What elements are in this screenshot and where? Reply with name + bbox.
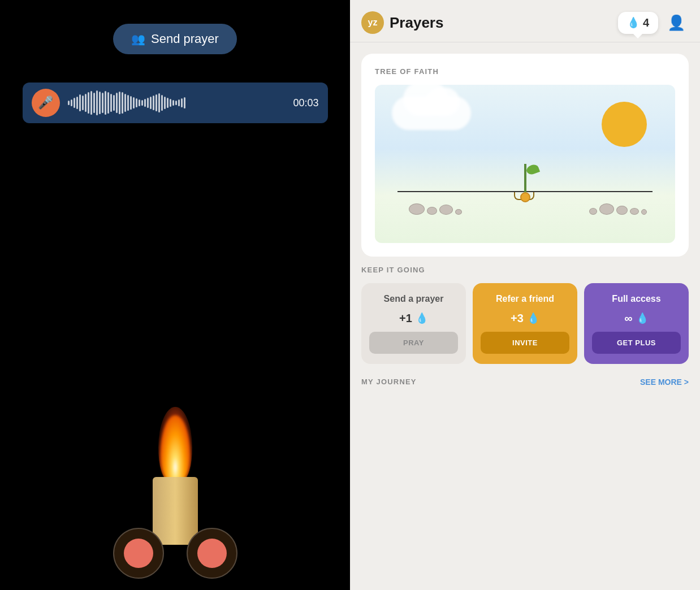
tree-scene (375, 85, 675, 243)
send-prayer-button[interactable]: 👥 Send prayer (113, 24, 237, 54)
mic-button[interactable]: 🎤 (32, 89, 60, 117)
waveform-bar (141, 100, 143, 106)
drops-badge: 💧 4 (618, 12, 658, 34)
left-circle-button[interactable] (113, 528, 164, 579)
waveform-bar (96, 90, 98, 115)
send-prayer-label: Send prayer (151, 32, 219, 46)
waveform-bar (99, 92, 101, 114)
seedling-stem (524, 164, 526, 192)
sun (602, 102, 647, 147)
waveform-bar (153, 96, 154, 110)
right-circle-button[interactable] (187, 528, 237, 579)
app-header: yz Prayers 💧 4 👤 (350, 0, 700, 42)
waveform-bar (144, 99, 146, 107)
waveform-bar (76, 97, 78, 109)
waveform-bar (172, 100, 174, 106)
waveform-bar (167, 98, 168, 108)
flame (158, 407, 192, 480)
waveform-bar (164, 97, 166, 109)
app-logo: yz (361, 11, 384, 34)
waveform-bar (158, 93, 160, 112)
profile-button[interactable]: 👤 (664, 10, 689, 35)
rock (427, 207, 437, 215)
tree-of-faith-card: TREE OF FAITH (361, 54, 689, 257)
access-card: Full access ∞ 💧 GET PLUS (584, 283, 689, 364)
waveform-bar (175, 101, 177, 105)
waveform-bar (170, 99, 171, 107)
waveform-bar (105, 91, 106, 115)
waveform-bar (147, 98, 149, 108)
rocks-left (409, 203, 462, 215)
pray-card-title: Send a prayer (384, 293, 444, 305)
see-more-link[interactable]: SEE MORE > (640, 378, 689, 387)
people-icon: 👥 (131, 32, 145, 46)
waveform-bar (139, 99, 140, 106)
waveform-bar (88, 92, 89, 114)
invite-button[interactable]: INVITE (481, 332, 569, 354)
waveform-bar (85, 94, 87, 112)
keep-going-label: KEEP IT GOING (361, 266, 689, 274)
waveform-bar (119, 92, 120, 114)
candle-scene (141, 420, 209, 545)
rock (641, 209, 647, 215)
waveform-bar (136, 98, 137, 107)
refer-card-title: Refer a friend (496, 293, 554, 305)
pray-button[interactable]: PRAY (369, 332, 458, 354)
refer-card: Refer a friend +3 💧 INVITE (473, 283, 577, 364)
candle-flame (141, 420, 209, 545)
pray-card-points: +1 💧 (399, 312, 428, 325)
waveform-bar (122, 92, 123, 114)
rocks-right (589, 203, 647, 215)
my-journey-section: MY JOURNEY SEE MORE > (361, 373, 689, 391)
rock (439, 205, 453, 215)
waveform-bar (130, 96, 132, 110)
waveform-bar (150, 97, 152, 109)
right-panel: yz Prayers 💧 4 👤 TREE OF FAITH (350, 0, 700, 590)
refer-card-points: +3 💧 (511, 312, 539, 325)
right-content: TREE OF FAITH (350, 42, 700, 590)
waveform-bar (181, 98, 183, 107)
rock (409, 203, 425, 215)
access-drop-icon: 💧 (636, 312, 649, 324)
keep-going-section: KEEP IT GOING Send a prayer +1 💧 PRAY Re… (361, 266, 689, 364)
left-circle-dot (124, 539, 153, 568)
action-cards: Send a prayer +1 💧 PRAY Refer a friend +… (361, 283, 689, 364)
waveform-bar (93, 93, 95, 113)
rock (616, 206, 628, 215)
seed (520, 192, 530, 202)
refer-drop-icon: 💧 (527, 312, 539, 324)
seedling-leaf (525, 163, 539, 176)
drop-icon: 💧 (627, 16, 639, 29)
candle-bottom-controls (113, 528, 237, 579)
rock (589, 208, 597, 215)
person-icon: 👤 (667, 14, 685, 32)
my-journey-label: MY JOURNEY (361, 378, 417, 386)
get-plus-button[interactable]: GET PLUS (592, 332, 681, 354)
waveform-bar (102, 93, 103, 113)
rock (630, 208, 639, 215)
rock (599, 203, 614, 215)
waveform-bar (107, 92, 109, 114)
waveform-bar (127, 95, 129, 111)
waveform-bar (178, 99, 180, 106)
waveform-bar (82, 96, 84, 110)
waveform-bar (133, 97, 135, 109)
header-title: Prayers (390, 14, 612, 32)
rock (455, 209, 462, 215)
pray-drop-icon: 💧 (416, 312, 428, 324)
waveform-bar (74, 98, 75, 108)
microphone-icon: 🎤 (38, 96, 53, 110)
audio-recorder: 🎤 00:03 (23, 83, 328, 123)
waveform-bar (79, 94, 81, 111)
access-card-title: Full access (612, 293, 660, 305)
right-circle-dot (197, 539, 227, 568)
waveform-bar (184, 97, 185, 109)
waveform-bar (124, 94, 126, 112)
waveform-bar (110, 94, 112, 112)
waveform-bar (71, 99, 72, 106)
tree-section-label: TREE OF FAITH (375, 67, 675, 76)
waveform-bar (113, 95, 115, 111)
audio-timestamp: 00:03 (291, 97, 319, 109)
waveform-bar (90, 91, 92, 115)
cloud (392, 96, 471, 130)
